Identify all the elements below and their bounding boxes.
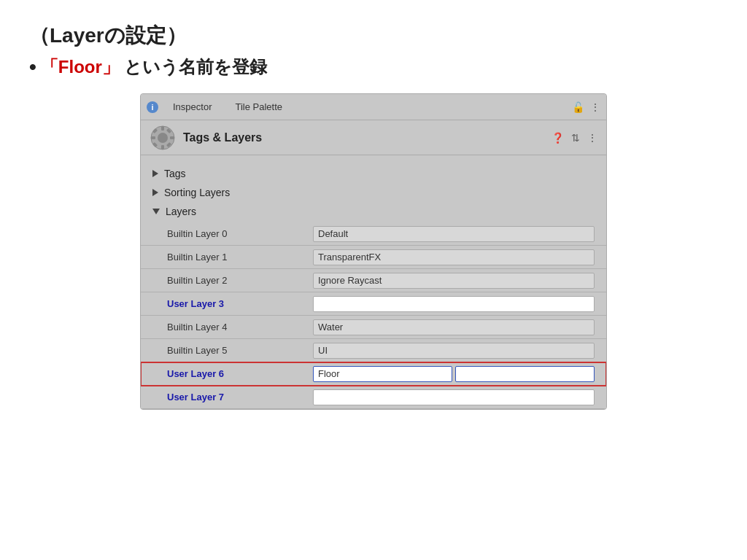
tab-inspector[interactable]: Inspector — [161, 97, 223, 117]
table-row: Builtin Layer 2 — [141, 269, 606, 292]
main-title: （Layerの設定） — [29, 22, 718, 50]
table-row-highlighted: User Layer 6 — [141, 362, 606, 386]
bullet-point: • 「Floor」 という名前を登録 — [29, 55, 718, 79]
table-row: User Layer 3 — [141, 292, 606, 316]
content-area: Tags Sorting Layers Layers Builtin Layer… — [141, 155, 606, 409]
table-row: Builtin Layer 0 — [141, 222, 606, 246]
layer-value-input[interactable] — [313, 249, 595, 265]
settings-icon[interactable]: ⇅ — [571, 132, 580, 144]
svg-point-1 — [158, 133, 168, 143]
tags-label: Tags — [164, 168, 186, 179]
sorting-layers-label: Sorting Layers — [164, 187, 230, 198]
layer-name: Builtin Layer 1 — [167, 252, 313, 262]
highlight-text: 「Floor」 — [41, 55, 120, 79]
layers-triangle — [152, 209, 160, 214]
gear-icon — [150, 125, 176, 151]
layer-name: User Layer 7 — [167, 392, 313, 402]
layers-section[interactable]: Layers — [141, 202, 606, 221]
layer-value-input[interactable] — [313, 343, 595, 359]
layer-value-input[interactable] — [313, 273, 595, 289]
tab-bar-right: 🔓 ⋮ — [572, 101, 600, 113]
floor-input-2[interactable] — [455, 366, 595, 382]
table-row: User Layer 7 — [141, 386, 606, 409]
more-icon[interactable]: ⋮ — [590, 101, 600, 113]
help-icon[interactable]: ❓ — [551, 132, 564, 144]
table-row: Builtin Layer 5 — [141, 339, 606, 362]
layer-name-highlighted: User Layer 6 — [167, 368, 313, 379]
header-icons: ❓ ⇅ ⋮ — [551, 132, 597, 144]
title-area: （Layerの設定） • 「Floor」 という名前を登録 — [29, 22, 718, 79]
bullet-dot: • — [29, 55, 36, 79]
layer-name: User Layer 3 — [167, 298, 313, 309]
table-row: Builtin Layer 1 — [141, 246, 606, 269]
layer-value-input[interactable] — [313, 226, 595, 242]
tab-tile-palette[interactable]: Tile Palette — [223, 97, 294, 117]
bullet-suffix: という名前を登録 — [124, 55, 267, 79]
svg-rect-4 — [151, 136, 155, 139]
layer-value-input[interactable] — [313, 319, 595, 335]
header-title: Tags & Layers — [183, 131, 551, 144]
overflow-icon[interactable]: ⋮ — [587, 132, 597, 144]
info-icon: i — [147, 101, 158, 113]
layer-input-pair — [313, 366, 595, 382]
layers-table: Builtin Layer 0 Builtin Layer 1 Builtin … — [141, 222, 606, 409]
sorting-layers-section[interactable]: Sorting Layers — [141, 183, 606, 202]
page-container: （Layerの設定） • 「Floor」 という名前を登録 i Inspecto… — [0, 0, 747, 432]
sorting-layers-triangle — [152, 189, 158, 196]
tags-section[interactable]: Tags — [141, 164, 606, 183]
layer-name: Builtin Layer 0 — [167, 228, 313, 239]
lock-icon[interactable]: 🔓 — [572, 101, 584, 113]
inspector-panel: i Inspector Tile Palette 🔓 ⋮ — [140, 93, 607, 410]
layer-value-input[interactable] — [313, 389, 595, 405]
layer-value-input[interactable] — [313, 296, 595, 312]
layer-name: Builtin Layer 5 — [167, 345, 313, 356]
svg-rect-2 — [161, 126, 164, 131]
floor-input[interactable] — [313, 366, 452, 382]
header-row: Tags & Layers ❓ ⇅ ⋮ — [141, 120, 606, 155]
layer-name: Builtin Layer 4 — [167, 322, 313, 332]
tags-triangle — [152, 170, 158, 177]
svg-rect-5 — [170, 136, 174, 139]
tab-bar: i Inspector Tile Palette 🔓 ⋮ — [141, 94, 606, 120]
layers-label: Layers — [166, 206, 196, 217]
svg-rect-3 — [161, 145, 164, 149]
table-row: Builtin Layer 4 — [141, 316, 606, 339]
layer-name: Builtin Layer 2 — [167, 275, 313, 286]
